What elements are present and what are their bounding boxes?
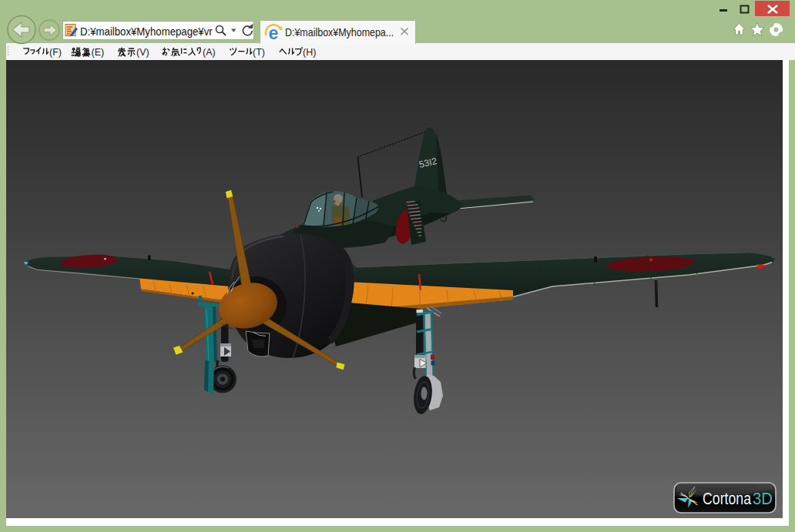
svg-text:(V): (V) bbox=[136, 47, 149, 58]
svg-text:(F): (F) bbox=[49, 47, 62, 58]
svg-text:Cortona: Cortona bbox=[703, 490, 751, 508]
svg-text:3D: 3D bbox=[753, 490, 773, 508]
svg-text:(E): (E) bbox=[92, 47, 105, 58]
svg-text:(H): (H) bbox=[303, 47, 316, 58]
svg-text:(A): (A) bbox=[203, 47, 216, 58]
svg-text:(T): (T) bbox=[253, 47, 265, 58]
